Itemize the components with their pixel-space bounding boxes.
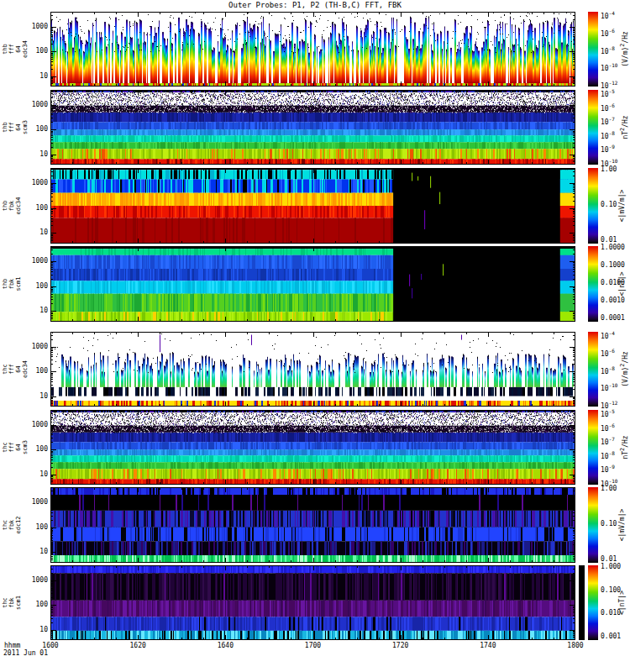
colorbar (588, 90, 598, 165)
variable-label-line: fff (8, 90, 15, 165)
freq-tick-label: 1000 (25, 24, 48, 30)
colorbar-unit-label: <|mV/m|> (618, 487, 628, 563)
variable-label-line: thc (2, 332, 8, 407)
colorbar-tick-label: 0.01 (601, 556, 617, 563)
colorbar-tick-label: 10-8 (601, 130, 615, 140)
time-tick-label: 1800 (561, 642, 590, 649)
spectrogram-panel-thb-fbk-edc34 (50, 168, 575, 244)
freq-tick-label: 10 (25, 307, 48, 314)
colorbar-tick-label: 0.10 (601, 521, 617, 528)
variable-label-line: fff (8, 12, 15, 87)
time-format-label: hhmm (4, 642, 20, 649)
colorbar-tick-label: 10-6 (601, 348, 615, 358)
freq-tick-label: 100 (25, 601, 48, 608)
freq-tick-label: 10 (25, 549, 48, 555)
variable-label-line: 64 (15, 12, 22, 87)
colorbar-unit-label: nT2/Hz (618, 90, 628, 165)
variable-label-line: fbk (8, 565, 15, 640)
freq-tick-label: 10 (25, 229, 48, 236)
panel-variable-label: thcfff64scm3 (0, 410, 25, 485)
variable-label-line: thc (2, 410, 8, 485)
freq-tick-label: 10 (25, 393, 48, 400)
panel-variable-label: thbfff64scm3 (0, 90, 25, 165)
spectrogram-panel-thc-fff-64-scm3 (50, 410, 575, 485)
freq-tick-label: 100 (25, 126, 48, 133)
colorbar-tick-label: 10-6 (601, 423, 615, 433)
colorbar-tick-label: 10-5 (601, 408, 615, 418)
time-tick-label: 1720 (386, 642, 415, 649)
spectrogram-panel-thb-fbk-scm1 (50, 246, 575, 322)
variable-label-line: thb (2, 12, 8, 87)
spectrogram-panel-thc-fbk-edc12 (50, 487, 575, 563)
freq-tick-label: 10 (25, 471, 48, 478)
freq-tick-label: 1000 (25, 258, 48, 265)
variable-label-line: thb (2, 90, 8, 165)
colorbar-tick-label: 10-10 (601, 382, 617, 392)
colorbar-tick-label: 10-7 (601, 116, 615, 126)
colorbar-tick-label: 1.00 (601, 486, 617, 492)
vertical-watermark-text (579, 565, 585, 640)
variable-label-line: scm1 (15, 565, 22, 640)
freq-tick-label: 1000 (25, 344, 48, 350)
spectrogram-panel-thb-fff-64-edc34 (50, 12, 575, 87)
colorbar (588, 487, 598, 563)
panel-variable-label: thcfbkedc12 (0, 487, 25, 563)
panel-variable-label: thcfff64edc34 (0, 332, 25, 407)
freq-tick-label: 1000 (25, 180, 48, 186)
variable-label-line: fff (8, 410, 15, 485)
colorbar-tick-label: 10-6 (601, 28, 615, 38)
freq-tick-label: 100 (25, 48, 48, 55)
variable-label-line: edc12 (15, 487, 22, 563)
freq-tick-label: 1000 (25, 102, 48, 108)
colorbar-tick-label: 1.00 (601, 166, 617, 173)
variable-label-line: 64 (15, 332, 22, 407)
colorbar (588, 565, 598, 640)
time-tick-label: 1740 (474, 642, 502, 649)
colorbar-tick-label: 10-10 (601, 62, 617, 72)
spectrogram-figure: Outer Probes: P1, P2 (TH-B,C) FFT, FBK t… (0, 0, 630, 672)
variable-label-line: 64 (15, 410, 22, 485)
colorbar-tick-label: 10-8 (601, 450, 615, 460)
colorbar-unit-label: <|nT|> (618, 565, 628, 640)
variable-label-line: fbk (8, 487, 15, 563)
variable-label-line: thc (2, 487, 8, 563)
freq-tick-label: 1000 (25, 577, 48, 584)
panel-variable-label: thbfbkscm1 (0, 246, 25, 322)
variable-label-line: edc34 (15, 168, 22, 244)
variable-label-line: 64 (15, 90, 22, 165)
colorbar-unit-label: <|nT|> (618, 246, 628, 322)
spectrogram-panel-thc-fbk-scm1 (50, 565, 575, 640)
colorbar-tick-label: 10-6 (601, 102, 615, 113)
variable-label-line: fbk (8, 246, 15, 322)
spectrogram-panel-thb-fff-64-scm3 (50, 90, 575, 165)
colorbar-unit-label: <|mV/m|> (618, 168, 628, 244)
colorbar-tick-label: 10-8 (601, 45, 615, 55)
figure-title: Outer Probes: P1, P2 (TH-B,C) FFT, FBK (0, 1, 630, 9)
freq-tick-label: 100 (25, 524, 48, 531)
time-tick-label: 1640 (211, 642, 239, 649)
colorbar-unit-label: (V/m)2/Hz (618, 332, 628, 407)
variable-label-line: fbk (8, 168, 15, 244)
colorbar-tick-label: 10-8 (601, 365, 615, 375)
panel-variable-label: thbfff64edc34 (0, 12, 25, 87)
variable-label-line: thb (2, 246, 8, 322)
variable-label-line: fff (8, 332, 15, 407)
colorbar (588, 246, 598, 322)
colorbar (588, 410, 598, 485)
freq-tick-label: 100 (25, 446, 48, 453)
colorbar (588, 168, 598, 244)
colorbar-tick-label: 10-4 (601, 10, 615, 20)
freq-tick-label: 10 (25, 73, 48, 80)
spectrogram-panel-thc-fff-64-edc34 (50, 332, 575, 407)
colorbar-unit-label: nT2/Hz (618, 410, 628, 485)
freq-tick-label: 100 (25, 283, 48, 290)
colorbar-tick-label: 0.01 (601, 237, 617, 244)
freq-tick-label: 10 (25, 627, 48, 633)
colorbar-tick-label: 10-5 (601, 88, 615, 98)
colorbar (588, 12, 598, 87)
freq-tick-label: 10 (25, 151, 48, 158)
colorbar-tick-label: 0.10 (601, 202, 617, 208)
colorbar-unit-label: (V/m)2/Hz (618, 12, 628, 87)
freq-tick-label: 1000 (25, 422, 48, 428)
time-tick-label: 1600 (36, 642, 65, 649)
